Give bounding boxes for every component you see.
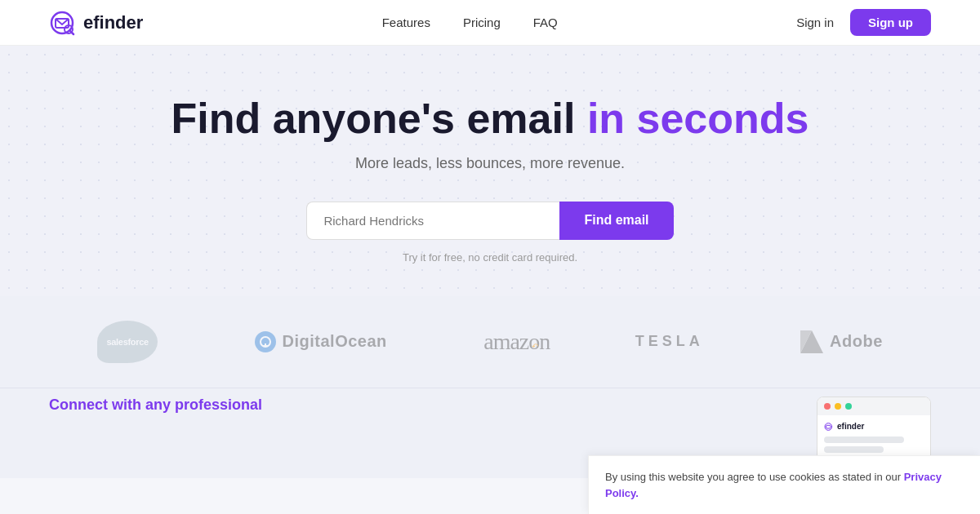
hero-title: Find anyone's email in seconds: [16, 95, 964, 144]
nav-faq[interactable]: FAQ: [533, 16, 558, 29]
cookie-banner: By using this website you agree to use c…: [588, 455, 980, 514]
logo-link[interactable]: efinder: [49, 8, 143, 38]
nav-links: Features Pricing FAQ: [382, 16, 558, 30]
cookie-text: By using this website you agree to use c…: [605, 471, 904, 483]
navbar: efinder Features Pricing FAQ Sign in Sig…: [0, 0, 980, 46]
nav-right: Sign in Sign up: [796, 9, 931, 36]
signup-button[interactable]: Sign up: [850, 9, 931, 36]
brand-tesla: TESLA: [635, 333, 704, 350]
logo-icon: [49, 8, 78, 38]
hero-form: Find email: [16, 202, 964, 240]
salesforce-text: salesforce: [106, 337, 148, 347]
browser-bar: [817, 397, 930, 415]
nav-pricing[interactable]: Pricing: [463, 16, 501, 29]
maximize-dot: [845, 403, 852, 410]
close-dot: [824, 403, 831, 410]
hero-title-accent: in seconds: [587, 95, 809, 142]
hero-content: Find anyone's email in seconds More lead…: [16, 95, 964, 264]
signin-link[interactable]: Sign in: [796, 16, 834, 29]
brands-section: salesforce DigitalOcean amazon ↶ TESLA A…: [0, 296, 980, 388]
find-email-button[interactable]: Find email: [559, 202, 673, 240]
amazon-text: amazon: [483, 329, 550, 355]
digitalocean-icon: [255, 331, 276, 352]
name-search-input[interactable]: [306, 202, 559, 240]
mock-bar-1: [824, 436, 904, 443]
mock-bar-2: [824, 446, 884, 453]
svg-rect-10: [826, 425, 831, 428]
mock-logo-row: efinder: [824, 422, 924, 432]
adobe-icon: [800, 330, 823, 353]
hero-section: Find anyone's email in seconds More lead…: [0, 46, 980, 296]
hero-subtitle: More leads, less bounces, more revenue.: [16, 155, 964, 172]
brand-salesforce: salesforce: [97, 321, 158, 363]
minimize-dot: [835, 403, 841, 410]
brand-adobe: Adobe: [800, 330, 883, 353]
digitalocean-text: DigitalOcean: [283, 332, 387, 351]
nav-features[interactable]: Features: [382, 16, 430, 29]
brand-amazon: amazon ↶: [483, 329, 538, 355]
hero-note: Try it for free, no credit card required…: [16, 251, 964, 264]
svg-point-0: [51, 12, 73, 33]
salesforce-logo: salesforce: [97, 321, 158, 363]
adobe-text: Adobe: [830, 332, 883, 351]
logo-text: efinder: [83, 12, 143, 33]
amazon-smile: ↶: [532, 342, 538, 351]
mock-logo-icon: [824, 422, 834, 432]
connect-text: Connect with any professional: [49, 397, 262, 414]
mock-logo-text: efinder: [837, 422, 864, 431]
tesla-text: TESLA: [635, 333, 704, 350]
hero-title-main: Find anyone's email: [171, 95, 586, 142]
brand-digitalocean: DigitalOcean: [255, 331, 387, 352]
